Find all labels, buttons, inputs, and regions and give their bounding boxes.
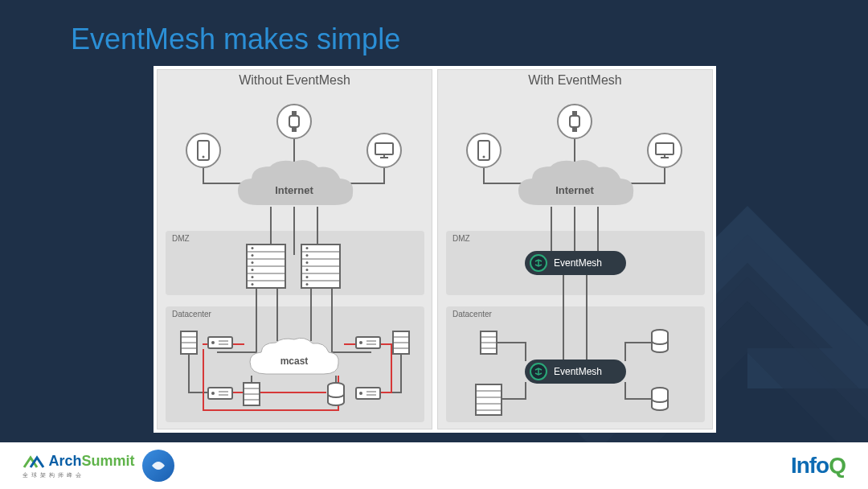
connector-line <box>574 207 575 252</box>
connector-line <box>586 275 588 360</box>
connector-line <box>276 289 278 341</box>
svg-point-49 <box>211 392 215 395</box>
connector-line-red <box>233 343 244 345</box>
connector-line <box>188 392 209 393</box>
eventmesh-pill-dmz: EventMesh <box>525 251 626 275</box>
server-h-icon <box>355 387 381 403</box>
connector-line <box>624 382 626 400</box>
eventmesh-icon <box>530 363 547 380</box>
connector-line <box>624 342 652 343</box>
svg-point-29 <box>306 269 309 271</box>
connector-line <box>551 207 552 252</box>
server-rack-icon <box>475 384 502 419</box>
connector-line <box>293 207 295 255</box>
watch-icon <box>557 104 592 139</box>
svg-point-14 <box>252 247 254 249</box>
connector-line-red <box>203 409 339 411</box>
svg-point-37 <box>211 341 215 344</box>
connector-line <box>310 289 312 341</box>
monitor-icon <box>647 133 682 168</box>
dmz-label: DMZ <box>172 234 190 243</box>
connector-line-red <box>260 392 326 393</box>
svg-point-18 <box>252 276 254 278</box>
connector-line <box>624 342 626 361</box>
database-icon <box>650 329 669 356</box>
panel-right-title: With EventMesh <box>438 70 712 89</box>
anniversary-badge-icon <box>142 450 174 482</box>
server-icon <box>480 331 497 358</box>
svg-point-27 <box>306 254 309 257</box>
connector-line <box>563 275 564 360</box>
connector-line <box>664 168 665 184</box>
server-rack-icon <box>301 244 341 292</box>
internet-label: Internet <box>555 184 594 196</box>
dmz-label: DMZ <box>452 234 470 243</box>
connector-line <box>597 207 599 252</box>
eventmesh-pill-label: EventMesh <box>554 257 602 269</box>
slide-title: EventMesh makes simple <box>71 23 400 56</box>
internet-label: Internet <box>275 184 313 196</box>
footer-left-logos: ArchSummit 全 球 架 构 师 峰 会 <box>23 450 174 482</box>
connector-line-red <box>381 392 392 393</box>
phone-icon <box>466 133 502 168</box>
monitor-icon <box>366 133 402 168</box>
server-h-icon <box>207 387 233 403</box>
svg-point-26 <box>306 247 309 249</box>
diagram-container: Without EventMesh Internet DM <box>154 66 716 433</box>
svg-rect-3 <box>292 111 297 115</box>
svg-point-30 <box>306 276 309 278</box>
eventmesh-icon <box>530 254 547 272</box>
svg-rect-64 <box>572 111 577 115</box>
svg-point-17 <box>252 269 254 271</box>
server-h-icon <box>355 336 381 352</box>
svg-point-31 <box>306 283 309 286</box>
eventmesh-pill-datacenter: EventMesh <box>525 360 626 384</box>
panel-with-eventmesh: With EventMesh Internet DMZ <box>437 69 713 429</box>
connector-line <box>383 168 385 184</box>
connector-line-red <box>203 349 204 411</box>
connector-line <box>624 398 652 400</box>
connector-line <box>483 168 485 184</box>
svg-rect-5 <box>375 143 393 154</box>
svg-point-19 <box>252 283 254 286</box>
mcast-cloud: mcast <box>242 335 346 385</box>
mcast-label: mcast <box>280 355 309 367</box>
svg-rect-4 <box>292 128 297 132</box>
svg-point-1 <box>203 156 205 158</box>
connector-line <box>502 398 526 400</box>
connector-line <box>525 382 526 400</box>
database-icon <box>326 382 346 409</box>
server-icon <box>180 331 198 358</box>
eventmesh-pill-label: EventMesh <box>554 366 602 377</box>
connector-line <box>203 168 204 184</box>
svg-point-28 <box>306 261 309 264</box>
datacenter-label: Datacenter <box>452 310 492 318</box>
server-icon <box>243 382 260 409</box>
connector-line <box>188 355 190 393</box>
svg-point-41 <box>359 341 362 344</box>
svg-point-16 <box>252 261 254 264</box>
svg-point-62 <box>483 156 485 158</box>
datacenter-label: Datacenter <box>172 310 211 318</box>
server-icon <box>392 331 410 358</box>
server-h-icon <box>207 336 233 352</box>
server-rack-icon <box>246 244 286 292</box>
panel-left-title: Without EventMesh <box>158 70 432 89</box>
archsummit-subtitle: 全 球 架 构 师 峰 会 <box>23 471 134 479</box>
connector-line <box>400 355 402 393</box>
watch-icon <box>276 104 312 139</box>
svg-rect-2 <box>289 116 299 127</box>
archsummit-logo: ArchSummit 全 球 架 构 师 峰 会 <box>23 453 134 479</box>
footer: ArchSummit 全 球 架 构 师 峰 会 InfoQ <box>0 442 868 489</box>
infoq-logo: InfoQ <box>791 453 845 479</box>
connector-line <box>525 342 526 361</box>
database-icon <box>650 387 669 414</box>
svg-point-15 <box>252 254 254 257</box>
connector-line <box>497 342 526 343</box>
svg-rect-66 <box>656 143 674 154</box>
svg-point-58 <box>359 392 362 395</box>
svg-rect-65 <box>572 128 577 132</box>
svg-rect-63 <box>570 116 579 127</box>
dmz-zone: DMZ <box>166 231 424 295</box>
phone-icon <box>186 133 221 168</box>
